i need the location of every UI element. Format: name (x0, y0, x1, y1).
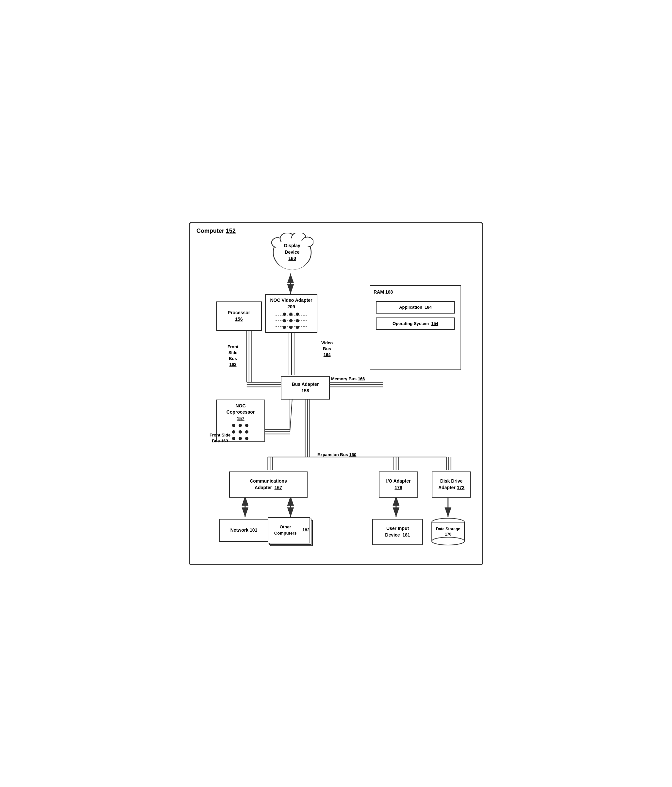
data-storage-label: Data Storage170 (429, 526, 468, 537)
bus-adapter-box: Bus Adapter158 (281, 376, 330, 400)
front-side-bus-162-label: FrontSideBus162 (227, 344, 238, 368)
display-device-label: DisplayDevice180 (284, 243, 300, 262)
processor-box: Processor156 (216, 302, 262, 331)
noc-video-adapter-label: NOC Video Adapter209 (270, 297, 312, 310)
noc-coprocessor-label: NOCCoprocessor157 (227, 403, 255, 422)
expansion-bus-160-label: Expansion Bus 160 (317, 452, 356, 458)
io-adapter-box: I/O Adapter178 (379, 471, 418, 498)
diagram-title: Computer 152 (196, 228, 236, 234)
memory-bus-166-label: Memory Bus 166 (331, 376, 365, 382)
data-storage: Data Storage170 (429, 517, 468, 547)
noc-video-adapter-box: NOC Video Adapter209 (265, 294, 317, 333)
user-input-device-label: User InputDevice 181 (385, 525, 410, 538)
diagram-lines (190, 223, 482, 564)
svg-point-54 (432, 537, 464, 545)
diagram-container: Computer 152 (189, 222, 483, 565)
noc-coprocessor-dots (232, 424, 249, 441)
ram-label: RAM 168 (374, 289, 393, 296)
display-device: DisplayDevice180 (271, 233, 314, 272)
bus-adapter-label: Bus Adapter158 (292, 381, 319, 394)
other-computers: Other Computers182 (268, 517, 315, 545)
network-box: Network 101 (219, 519, 268, 542)
front-side-bus-163-label: Front SideBus 163 (210, 432, 230, 444)
comm-adapter-label: CommunicationsAdapter 167 (250, 478, 287, 491)
operating-system-box: Operating System 154 (376, 318, 455, 330)
network-label: Network 101 (230, 527, 257, 534)
svg-line-22 (290, 399, 292, 431)
processor-label: Processor156 (228, 310, 250, 322)
ram-box: RAM 168 Application 184 Operating System… (370, 285, 461, 370)
user-input-device-box: User InputDevice 181 (372, 519, 423, 545)
video-bus-164-label: VideoBus164 (321, 340, 333, 358)
other-computers-page1: Other Computers182 (268, 517, 310, 544)
disk-drive-adapter-box: Disk DriveAdapter 172 (432, 471, 471, 498)
application-box: Application 184 (376, 301, 455, 314)
disk-drive-adapter-label: Disk DriveAdapter 172 (438, 478, 464, 491)
comm-adapter-box: CommunicationsAdapter 167 (229, 471, 308, 498)
io-adapter-label: I/O Adapter178 (386, 478, 411, 491)
